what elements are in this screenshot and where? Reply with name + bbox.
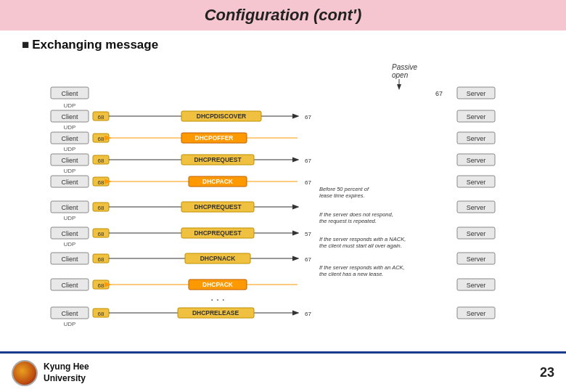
svg-text:DHCPDISCOVER: DHCPDISCOVER xyxy=(197,113,246,120)
svg-text:If the server responds with a : If the server responds with a NACK, xyxy=(319,236,406,242)
svg-text:68: 68 xyxy=(98,158,104,164)
svg-text:57: 57 xyxy=(305,231,311,237)
svg-text:DHCPREQUEST: DHCPREQUEST xyxy=(194,203,242,211)
svg-text:Client: Client xyxy=(61,310,78,317)
slide-title: Configuration (cont') xyxy=(15,6,551,25)
svg-text:DHCPREQUEST: DHCPREQUEST xyxy=(194,229,242,237)
svg-text:68: 68 xyxy=(98,179,104,186)
svg-text:Server: Server xyxy=(467,157,486,164)
university-logo-area: Kyung Hee University xyxy=(12,360,89,386)
svg-text:Server: Server xyxy=(467,256,486,263)
svg-text:UDP: UDP xyxy=(64,146,76,152)
svg-text:Server: Server xyxy=(467,90,486,97)
svg-text:Server: Server xyxy=(467,282,486,289)
diagram-container: Passive open Client Server 67 UDP Client… xyxy=(22,58,544,334)
svg-text:. . .: . . . xyxy=(210,291,224,303)
title-bar: Configuration (cont') xyxy=(0,0,566,30)
dhcp-diagram: Passive open Client Server 67 UDP Client… xyxy=(36,58,530,334)
svg-text:Client: Client xyxy=(61,230,78,237)
svg-text:DHCPREQUEST: DHCPREQUEST xyxy=(194,156,242,163)
svg-text:Client: Client xyxy=(61,204,78,211)
page-number: 23 xyxy=(540,365,554,380)
svg-text:Client: Client xyxy=(61,282,78,289)
svg-text:UDP: UDP xyxy=(64,321,76,327)
svg-text:Server: Server xyxy=(467,204,486,211)
footer: Kyung Hee University 23 xyxy=(0,351,566,392)
svg-text:68: 68 xyxy=(98,256,104,263)
svg-text:the request is repeated.: the request is repeated. xyxy=(319,218,377,224)
svg-text:67: 67 xyxy=(435,90,443,97)
svg-text:67: 67 xyxy=(305,311,311,317)
svg-text:68: 68 xyxy=(98,136,104,142)
svg-text:Server: Server xyxy=(467,135,486,142)
svg-text:open: open xyxy=(392,71,409,79)
svg-text:UDP: UDP xyxy=(64,102,76,109)
svg-text:68: 68 xyxy=(98,311,104,317)
svg-text:DHCPNACK: DHCPNACK xyxy=(200,255,237,262)
svg-text:Server: Server xyxy=(467,179,486,186)
svg-text:68: 68 xyxy=(98,282,104,289)
svg-text:DHCPACK: DHCPACK xyxy=(202,178,234,185)
svg-text:Client: Client xyxy=(61,179,78,186)
svg-text:the client has a new lease.: the client has a new lease. xyxy=(319,271,383,277)
svg-text:67: 67 xyxy=(305,256,311,263)
svg-text:lease time expires.: lease time expires. xyxy=(319,192,365,199)
svg-text:DHCPOFFER: DHCPOFFER xyxy=(195,134,234,142)
svg-text:67: 67 xyxy=(305,179,311,186)
svg-text:If the server does not respond: If the server does not respond, xyxy=(319,211,393,218)
svg-text:If the server responds with an: If the server responds with an ACK, xyxy=(319,264,405,271)
svg-text:Before 50 percent of: Before 50 percent of xyxy=(319,186,369,192)
svg-text:UDP: UDP xyxy=(64,241,76,248)
university-logo-icon xyxy=(12,360,38,386)
svg-text:Server: Server xyxy=(467,113,486,121)
svg-text:67: 67 xyxy=(305,158,311,164)
svg-text:68: 68 xyxy=(98,205,104,211)
svg-text:Client: Client xyxy=(61,157,78,164)
svg-text:Server: Server xyxy=(467,310,486,317)
svg-text:DHCPRELEASE: DHCPRELEASE xyxy=(192,309,239,317)
content-area: ■Exchanging message Passive ope xyxy=(0,30,566,341)
university-name: Kyung Hee University xyxy=(44,362,89,384)
svg-text:DHCPACK: DHCPACK xyxy=(202,281,234,288)
svg-text:UDP: UDP xyxy=(64,168,76,174)
subtitle: ■Exchanging message xyxy=(22,38,544,52)
svg-text:Client: Client xyxy=(61,135,78,142)
svg-text:Client: Client xyxy=(61,113,78,121)
svg-text:the client must start all over: the client must start all over again. xyxy=(319,242,402,249)
svg-text:Client: Client xyxy=(61,256,78,263)
svg-text:UDP: UDP xyxy=(64,124,76,131)
svg-text:Server: Server xyxy=(467,230,486,237)
svg-text:Passive: Passive xyxy=(392,63,417,71)
svg-text:68: 68 xyxy=(98,231,104,237)
svg-text:68: 68 xyxy=(98,114,104,121)
svg-text:67: 67 xyxy=(305,114,311,121)
bullet-diamond: ■ xyxy=(22,38,29,52)
svg-text:UDP: UDP xyxy=(64,215,76,221)
svg-text:Client: Client xyxy=(61,90,78,97)
